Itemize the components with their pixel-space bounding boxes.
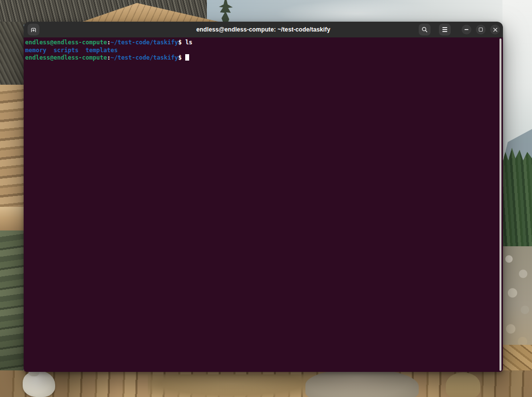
wallpaper-cloud — [276, 0, 438, 23]
wallpaper-left-shingles — [0, 85, 24, 208]
wallpaper-right-trees — [502, 148, 532, 254]
desktop: endless@endless-compute: ~/test-code/tas… — [0, 0, 532, 397]
terminal-text-segment: endless@endless-compute — [25, 39, 107, 46]
terminal-line: memory scripts templates — [25, 47, 496, 55]
terminal-text-segment: memory — [25, 47, 46, 54]
new-tab-icon — [30, 26, 37, 33]
close-button[interactable] — [490, 25, 500, 34]
new-tab-button[interactable] — [28, 24, 39, 35]
terminal-window: endless@endless-compute: ~/test-code/tas… — [24, 22, 503, 372]
minimize-button[interactable] — [462, 25, 471, 34]
terminal-text-segment: $ — [178, 39, 185, 46]
wallpaper-rocky-slope — [502, 246, 532, 352]
terminal-line: endless@endless-compute:~/test-code/task… — [25, 54, 496, 62]
terminal-scrollbar-thumb[interactable] — [499, 38, 501, 371]
terminal-line: endless@endless-compute:~/test-code/task… — [25, 39, 496, 47]
terminal-scrollbar[interactable] — [499, 38, 502, 371]
menu-button[interactable] — [439, 24, 451, 35]
close-icon — [493, 27, 498, 33]
terminal-text-segment: scripts — [54, 47, 79, 54]
terminal-output: endless@endless-compute:~/test-code/task… — [25, 39, 496, 62]
search-icon — [421, 26, 428, 33]
terminal-cursor — [185, 54, 189, 61]
wallpaper-stone — [446, 372, 480, 397]
terminal-text-segment: ls — [185, 39, 192, 46]
maximize-button[interactable] — [476, 25, 486, 34]
wallpaper-sandy-ground — [148, 374, 315, 397]
terminal-text-segment: ~/test-code/taskify — [110, 54, 178, 61]
wallpaper-left-beam — [0, 207, 24, 232]
terminal-text-segment — [78, 47, 85, 54]
terminal-text-segment: ~/test-code/taskify — [110, 39, 178, 46]
hamburger-menu-icon — [442, 27, 447, 32]
wallpaper-left-twigs — [0, 22, 24, 86]
terminal-text-segment — [46, 47, 53, 54]
terminal-viewport[interactable]: endless@endless-compute:~/test-code/task… — [24, 37, 503, 372]
terminal-text-segment: endless@endless-compute — [25, 54, 107, 61]
terminal-text-segment: templates — [86, 47, 118, 54]
headerbar[interactable]: endless@endless-compute: ~/test-code/tas… — [24, 22, 503, 37]
terminal-text-segment: $ — [178, 54, 185, 61]
wallpaper-white-bird-carving — [23, 370, 55, 397]
maximize-icon — [479, 28, 483, 32]
search-button[interactable] — [419, 24, 431, 35]
minimize-icon — [465, 29, 468, 30]
